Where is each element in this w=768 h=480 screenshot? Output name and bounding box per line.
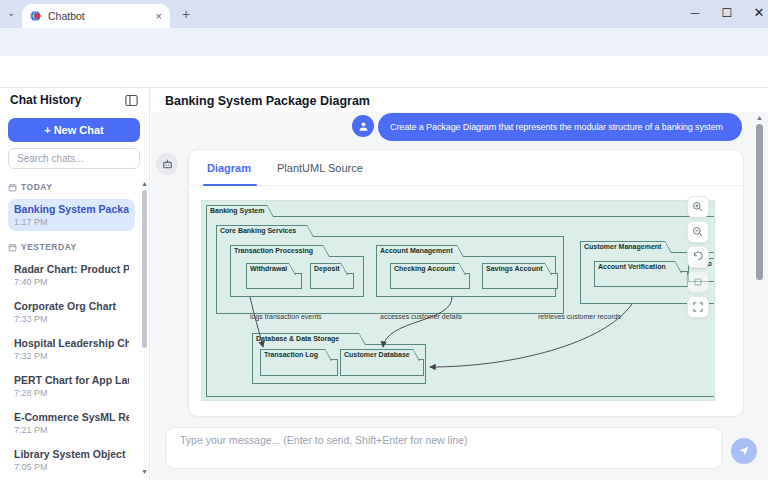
chat-list-item[interactable]: Corporate Org Chart 7:33 PM (8, 296, 135, 328)
zoom-in-button[interactable] (687, 196, 709, 218)
browser-toolbar: ← → ⟳ ai-toolbox.visual-paradigm.com/app… (0, 28, 768, 56)
chat-list-item[interactable]: PERT Chart for App Launch 7:28 PM (8, 370, 135, 402)
chat-list: TODAY Banking System Package Dia... 1:17… (0, 174, 141, 480)
sidebar: Chat History + New Chat TODAY Banking Sy… (0, 88, 150, 480)
expand-icon (692, 301, 704, 313)
package-body-checking-account (390, 273, 470, 289)
package-tab-banking-system: Banking System (206, 205, 274, 217)
search-input[interactable] (8, 148, 140, 169)
calendar-icon (8, 183, 17, 192)
active-tab-underline (203, 184, 257, 186)
tab-plantuml-source[interactable]: PlantUML Source (277, 162, 363, 174)
main-area: Banking System Package Diagram Create a … (151, 88, 768, 480)
package-tab-transaction-log: Transaction Log (260, 349, 332, 361)
section-header-yesterday: YESTERDAY (8, 240, 135, 254)
sidebar-scroll-down-icon[interactable]: ▼ (141, 468, 148, 475)
edge-label: accesses customer details (380, 313, 462, 320)
tab-close-icon[interactable]: × (156, 11, 162, 22)
vp-favicon-icon (30, 10, 42, 22)
rotate-ccw-icon (692, 251, 704, 263)
user-avatar (352, 115, 374, 137)
new-tab-icon[interactable]: + (182, 7, 190, 21)
zoom-out-button[interactable] (687, 221, 709, 243)
fullscreen-button[interactable] (687, 296, 709, 318)
paper-plane-icon (738, 445, 750, 457)
message-input[interactable] (165, 427, 723, 469)
package-tab-core-banking-services: Core Banking Services (216, 225, 314, 237)
package-tab-checking-account: Checking Account (390, 263, 466, 275)
package-tab-savings-account: Savings Account (482, 263, 552, 275)
chat-list-item[interactable]: E-Commerce SysML Require... 7:21 PM (8, 407, 135, 439)
user-message-bubble: Create a Package Diagram that represents… (378, 113, 742, 141)
tab-title: Chatbot (48, 10, 156, 22)
browser-titlebar: ⌄ Chatbot × + ─ ☐ ✕ (0, 0, 768, 28)
package-body-deposit (310, 273, 354, 289)
robot-icon (161, 158, 174, 171)
diagram-card: Diagram PlantUML Source Banking System C… (188, 149, 744, 417)
package-tab-account-verification: Account Verification (594, 261, 682, 273)
package-tab-transaction-processing: Transaction Processing (230, 245, 330, 257)
package-tab-customer-management: Customer Management (580, 241, 672, 253)
chat-list-item[interactable]: Library System Object Diagr... 7:05 PM (8, 444, 135, 476)
package-body-transaction-log (260, 359, 338, 376)
zoom-out-icon (692, 226, 704, 238)
section-header-today: TODAY (8, 180, 135, 194)
edge-label: logs transaction events (250, 313, 322, 320)
reset-view-button[interactable] (687, 246, 709, 268)
calendar-icon (8, 243, 17, 252)
sidebar-header: Chat History (0, 88, 149, 112)
package-tab-database-data-storage: Database & Data Storage (252, 333, 366, 345)
diagram-canvas[interactable]: Banking System Core Banking Services Tra… (201, 200, 715, 401)
edge-label: retrieves customer records (538, 313, 621, 320)
collapse-panel-icon[interactable] (124, 93, 139, 108)
chat-scrollbar-thumb[interactable] (756, 124, 763, 280)
sidebar-scroll-up-icon[interactable]: ▲ (141, 180, 148, 187)
send-button[interactable] (731, 438, 757, 464)
chat-scroll-up-icon[interactable]: ▲ (756, 114, 763, 121)
bot-avatar (156, 153, 178, 175)
app-header: Chatbot Powered by Visual Paradigm More … (0, 56, 768, 88)
window-close-icon[interactable]: ✕ (744, 0, 768, 26)
chat-list-item[interactable]: Banking System Package Dia... 1:17 PM (8, 199, 135, 231)
zoom-in-icon (692, 201, 704, 213)
person-icon (357, 120, 370, 133)
sidebar-scrollbar-thumb[interactable] (142, 190, 147, 348)
tab-diagram[interactable]: Diagram (207, 162, 251, 174)
package-tab-withdrawal: Withdrawal (246, 263, 296, 275)
package-body-savings-account (482, 273, 558, 289)
sidebar-title: Chat History (10, 93, 124, 107)
window-maximize-icon[interactable]: ☐ (712, 0, 742, 26)
fit-view-button[interactable] (687, 271, 709, 293)
package-body-customer-database (340, 359, 424, 376)
browser-tab[interactable]: Chatbot × (22, 4, 170, 28)
card-tabs: Diagram PlantUML Source (189, 150, 743, 186)
package-tab-customer-database: Customer Database (340, 349, 420, 361)
chat-list-item[interactable]: Hospital Leadership Chart 7:32 PM (8, 333, 135, 365)
package-tab-account-management: Account Management (376, 245, 464, 257)
chat-list-item[interactable]: Radar Chart: Product Perfor... 7:40 PM (8, 259, 135, 291)
package-body-withdrawal (246, 273, 302, 289)
fit-view-icon (692, 276, 704, 288)
tab-search-chevron-icon[interactable]: ⌄ (7, 8, 15, 18)
window-minimize-icon[interactable]: ─ (680, 0, 710, 26)
package-body-account-verification (594, 271, 688, 287)
new-chat-button[interactable]: + New Chat (8, 118, 140, 142)
page-title: Banking System Package Diagram (151, 88, 768, 112)
